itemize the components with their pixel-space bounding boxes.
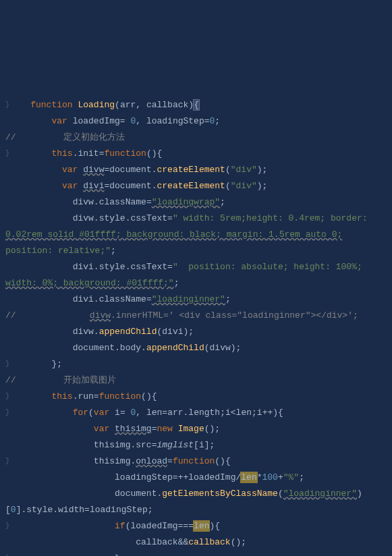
keyword-var3: var — [62, 181, 78, 191]
prop-length: length — [188, 408, 220, 418]
ref-len-hl: len — [241, 472, 256, 482]
param-callback: callback — [146, 100, 188, 110]
ref-loadingStep: loadingStep — [115, 472, 173, 482]
ref-len-hl2: len — [194, 521, 209, 531]
keyword-var4: var — [94, 408, 109, 418]
ref-divi2: divi — [73, 294, 94, 304]
prop-cssText: cssText — [130, 213, 167, 223]
method-getElementsByClassName: getElementsByClassName — [162, 489, 278, 499]
keyword-var5: var — [94, 424, 109, 434]
keyword-function: function — [30, 100, 72, 110]
keyword-function3: function — [99, 391, 141, 401]
var-loadingStep: loadingStep — [146, 116, 204, 126]
ref-len: len — [236, 408, 252, 418]
string-loadinginner2: "loadinginner" — [283, 489, 357, 499]
method-appendChild: appendChild — [99, 327, 157, 337]
keyword-this2: this — [51, 391, 72, 401]
ref-divw2: divw — [73, 213, 94, 223]
keyword-var: var — [51, 116, 67, 126]
ref-imglist: imglist — [157, 440, 194, 450]
keyword-new: new — [157, 424, 172, 434]
close-brace-if: } — [115, 553, 120, 556]
comment-text-run: 开始加载图片 — [63, 375, 116, 385]
prop-body: body — [120, 343, 141, 353]
ref-i3: i — [199, 440, 204, 450]
method-createElement2: createElement — [157, 181, 225, 191]
literal-100: 100 — [262, 472, 278, 482]
comment-marker: // — [5, 132, 16, 142]
string-pct: "%" — [283, 472, 299, 482]
prop-src: src — [136, 440, 151, 450]
string-css3: position: relative;" — [5, 246, 111, 256]
var-i: i — [115, 408, 120, 418]
string-css4: " position: absolute; height: 100%; — [173, 262, 362, 272]
string-loadinginner: "loadinginner" — [152, 294, 225, 304]
call-callback: callback — [188, 537, 230, 547]
prop-onload: onload — [136, 456, 167, 466]
arg-divi: divi — [162, 327, 183, 337]
var-divw: divw — [83, 165, 104, 175]
string-div2: "div" — [231, 181, 257, 191]
prop-cssText2: cssText — [130, 262, 167, 272]
param-arr: arr — [120, 100, 136, 110]
comment-text-init: 定义初始化方法 — [63, 132, 125, 142]
ref-arr: arr — [167, 408, 183, 418]
method-appendChild2: appendChild — [146, 343, 204, 353]
ref-callback: callback — [136, 537, 177, 547]
var-len: len — [146, 408, 162, 418]
prop-innerHTML: innerHTML — [116, 310, 163, 321]
code-content[interactable]: } function Loading(arr, callback){ var l… — [0, 81, 392, 556]
string-loadingwrap: "loadingwrap" — [152, 197, 220, 207]
ref-i2: i — [257, 408, 262, 418]
ref-divi: divi — [73, 262, 94, 272]
prop-run: run — [78, 391, 93, 401]
comment-marker2: // — [5, 310, 16, 321]
ref-divw-com: divw — [90, 310, 111, 321]
var-thisimg: thisimg — [115, 424, 152, 434]
code-editor[interactable]: } function Loading(arr, callback){ var l… — [0, 65, 392, 556]
string-css2: 0.02rem solid #01ffff; background: black… — [5, 229, 342, 240]
method-createElement: createElement — [157, 165, 225, 175]
keyword-this: this — [51, 148, 72, 159]
keyword-function2: function — [104, 148, 146, 159]
function-name: Loading — [78, 100, 115, 110]
keyword-function4: function — [173, 456, 215, 466]
keyword-var2: var — [62, 165, 78, 175]
ref-loadedImg: loadedImg — [188, 472, 235, 482]
prop-init: init — [78, 148, 99, 159]
string-css1: " width: 5rem;height: 0.4rem; border: — [173, 213, 368, 223]
ref-loadedImg2: loadedImg — [130, 521, 177, 531]
obj-document4: document — [115, 489, 157, 499]
prop-className2: className — [99, 294, 146, 304]
ref-divw3: divw — [73, 327, 94, 337]
brace-open-highlight: { — [194, 100, 199, 110]
prop-className: className — [99, 197, 146, 207]
ref-loadingStep2: loadingStep — [90, 505, 148, 515]
obj-document2: document — [109, 181, 151, 191]
comment-marker3: // — [5, 375, 16, 385]
ref-divw: divw — [73, 197, 94, 207]
literal-0d: 0 — [11, 505, 16, 515]
ref-thisimg: thisimg — [94, 440, 131, 450]
string-div: "div" — [231, 165, 257, 175]
keyword-if: if — [115, 521, 125, 531]
ref-thisimg2: thisimg — [94, 456, 131, 466]
prop-style3: style — [26, 505, 53, 515]
string-innerhtml: ' <div class="loadinginner"></div>' — [169, 310, 353, 321]
obj-document3: document — [73, 343, 115, 353]
arg-divw: divw — [210, 343, 231, 353]
prop-style2: style — [99, 262, 125, 272]
ref-i: i — [225, 408, 231, 418]
keyword-for: for — [73, 408, 88, 418]
class-Image: Image — [178, 424, 204, 434]
prop-width: width — [58, 505, 84, 515]
obj-document: document — [109, 165, 151, 175]
string-css5: width: 0%; background: #01ffff;" — [5, 278, 174, 288]
var-loadedImg: loadedImg — [73, 116, 120, 126]
var-divi: divi — [83, 181, 104, 191]
close-brace-init: }; — [51, 359, 62, 369]
prop-style: style — [99, 213, 125, 223]
